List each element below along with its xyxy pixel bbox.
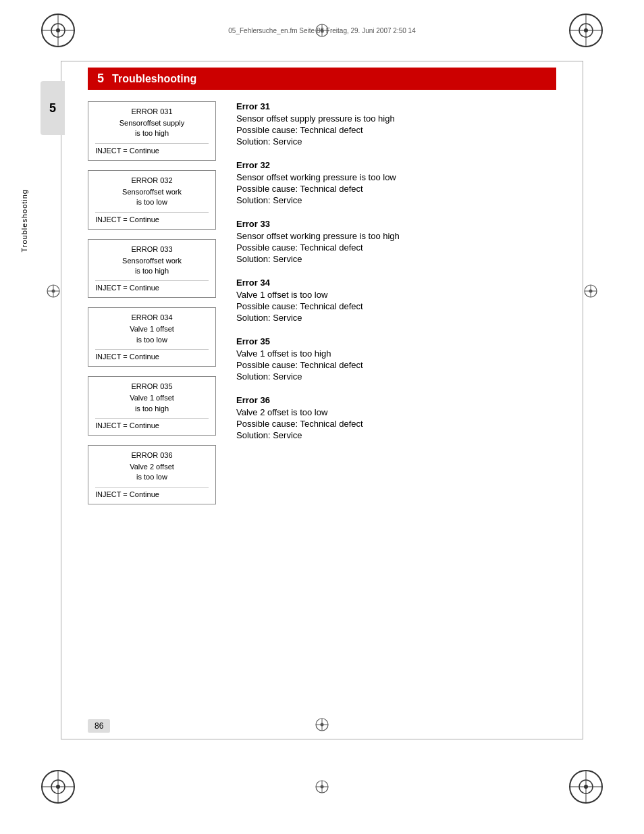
- error-title-034: Error 34: [236, 278, 576, 288]
- error-desc-031: Sensor offset supply pressure is too hig…: [236, 113, 576, 124]
- error-cause-035: Possible cause: Technical defect: [236, 360, 576, 370]
- svg-point-9: [584, 28, 588, 32]
- error-title-031: Error 31: [236, 101, 576, 111]
- side-tab-number: 5: [49, 101, 56, 115]
- error-desc-035: Valve 1 offset is too high: [236, 348, 576, 359]
- top-left-corner-deco: [41, 13, 76, 48]
- error-desc-036: Valve 2 offset is too low: [236, 407, 576, 417]
- error-solution-034: Solution: Service: [236, 313, 576, 323]
- error-box-034: ERROR 034 Valve 1 offsetis too low INJEC…: [88, 307, 216, 367]
- error-box-036: ERROR 036 Valve 2 offsetis too low INJEC…: [88, 445, 216, 504]
- error-cause-033: Possible cause: Technical defect: [236, 242, 576, 253]
- svg-point-35: [321, 29, 324, 32]
- error-boxes-column: ERROR 031 Sensoroffset supplyis too high…: [88, 95, 216, 726]
- top-right-corner-deco: [568, 13, 603, 48]
- svg-point-39: [321, 723, 324, 727]
- error-entry-034: Error 34 Valve 1 offset is too low Possi…: [236, 278, 576, 323]
- error-code-032: ERROR 032: [95, 176, 209, 184]
- section-number: 5: [97, 72, 104, 86]
- error-code-036: ERROR 036: [95, 451, 209, 459]
- bottom-mid-center-reg-mark: [315, 717, 329, 734]
- error-entry-033: Error 33 Sensor offset working pressure …: [236, 219, 576, 264]
- bottom-center-reg-mark: [315, 779, 329, 794]
- error-title-032: Error 32: [236, 160, 576, 170]
- error-cause-031: Possible cause: Technical defect: [236, 125, 576, 135]
- right-border-line: [583, 61, 583, 739]
- side-tab: 5: [41, 81, 65, 135]
- error-action-035: INJECT = Continue: [95, 418, 209, 429]
- error-desc-034: Valve 1 offset is too low: [236, 290, 576, 300]
- error-descriptions-column: Error 31 Sensor offset supply pressure i…: [236, 95, 576, 726]
- svg-point-13: [589, 290, 593, 293]
- error-code-033: ERROR 033: [95, 245, 209, 253]
- error-code-031: ERROR 031: [95, 107, 209, 115]
- error-title-033: Error 33: [236, 219, 576, 229]
- error-msg-031: Sensoroffset supplyis too high: [95, 118, 209, 139]
- error-msg-036: Valve 2 offsetis too low: [95, 462, 209, 483]
- error-msg-033: Sensoroffset workis too high: [95, 256, 209, 277]
- error-box-033: ERROR 033 Sensoroffset workis too high I…: [88, 239, 216, 298]
- error-action-033: INJECT = Continue: [95, 280, 209, 292]
- error-solution-036: Solution: Service: [236, 430, 576, 440]
- error-desc-033: Sensor offset working pressure is too hi…: [236, 231, 576, 241]
- error-title-035: Error 35: [236, 336, 576, 346]
- error-cause-034: Possible cause: Technical defect: [236, 301, 576, 311]
- section-title: Troubleshooting: [112, 73, 196, 85]
- error-solution-033: Solution: Service: [236, 254, 576, 264]
- error-box-035: ERROR 035 Valve 1 offsetis too high INJE…: [88, 376, 216, 436]
- bottom-section: [0, 739, 644, 834]
- top-border-line: [61, 61, 583, 61]
- error-action-036: INJECT = Continue: [95, 487, 209, 498]
- bottom-left-corner-deco: [41, 769, 76, 804]
- error-box-032: ERROR 032 Sensoroffset workis too low IN…: [88, 170, 216, 230]
- error-msg-035: Valve 1 offsetis too high: [95, 393, 209, 414]
- top-center-reg-mark: [315, 23, 329, 40]
- page-number: 86: [88, 719, 110, 733]
- section-title-bar: 5 Troubleshooting: [88, 68, 556, 90]
- error-desc-032: Sensor offset working pressure is too lo…: [236, 172, 576, 182]
- error-entry-035: Error 35 Valve 1 offset is too high Poss…: [236, 336, 576, 382]
- left-mid-reg-mark: [46, 284, 61, 301]
- error-solution-035: Solution: Service: [236, 371, 576, 382]
- error-entry-032: Error 32 Sensor offset working pressure …: [236, 160, 576, 205]
- svg-point-4: [56, 28, 60, 32]
- error-solution-032: Solution: Service: [236, 195, 576, 205]
- error-cause-036: Possible cause: Technical defect: [236, 419, 576, 429]
- error-entry-036: Error 36 Valve 2 offset is too low Possi…: [236, 395, 576, 440]
- svg-point-22: [56, 785, 60, 789]
- svg-point-17: [52, 290, 55, 293]
- vertical-label: Troubleshooting: [20, 189, 32, 252]
- right-mid-reg-mark: [583, 284, 598, 301]
- error-action-031: INJECT = Continue: [95, 143, 209, 155]
- error-title-036: Error 36: [236, 395, 576, 405]
- error-action-032: INJECT = Continue: [95, 212, 209, 224]
- error-entry-031: Error 31 Sensor offset supply pressure i…: [236, 101, 576, 147]
- error-msg-034: Valve 1 offsetis too low: [95, 324, 209, 345]
- error-msg-032: Sensoroffset workis too low: [95, 187, 209, 208]
- error-action-034: INJECT = Continue: [95, 349, 209, 361]
- error-code-035: ERROR 035: [95, 382, 209, 390]
- left-border-line: [61, 61, 61, 739]
- error-box-031: ERROR 031 Sensoroffset supplyis too high…: [88, 101, 216, 161]
- svg-point-26: [321, 785, 324, 789]
- error-solution-031: Solution: Service: [236, 136, 576, 147]
- error-cause-032: Possible cause: Technical defect: [236, 184, 576, 194]
- content-area: ERROR 031 Sensoroffset supplyis too high…: [88, 95, 576, 726]
- error-code-034: ERROR 034: [95, 313, 209, 321]
- bottom-right-corner-deco: [568, 769, 603, 804]
- svg-point-31: [584, 785, 588, 789]
